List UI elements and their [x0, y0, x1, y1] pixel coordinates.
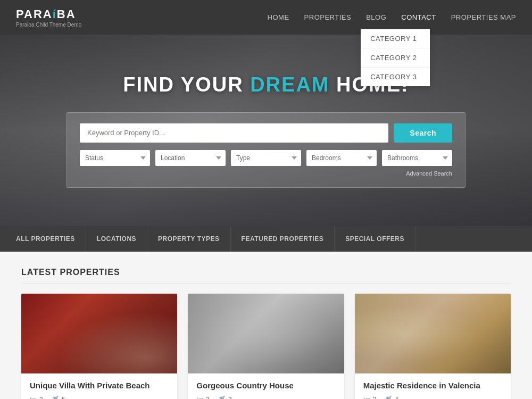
bedrooms-select[interactable]: Bedrooms 1 2 3 4 5+	[306, 150, 377, 166]
bath-icon-1: 🚿	[217, 395, 226, 399]
dropdown-category-3[interactable]: Category 3	[361, 68, 430, 86]
property-card-image-1	[188, 294, 344, 373]
status-select[interactable]: Status For Sale For Rent	[80, 150, 150, 166]
property-beds-2: 🛏 2	[363, 395, 377, 399]
hero-title-part1: FIND YOUR	[123, 73, 250, 96]
bathrooms-select[interactable]: Bathrooms 1 2 3 4+	[382, 150, 452, 166]
advanced-search-link[interactable]: Advanced Search	[80, 170, 452, 177]
property-price-row-1: 🛏 3 🚿 3 $3,100 per Month	[196, 395, 335, 399]
bed-icon-2: 🛏	[363, 395, 370, 399]
property-title-1: Gorgeous Country House	[196, 381, 335, 390]
property-baths-0: 🚿 5	[51, 395, 65, 399]
property-meta-2: 🛏 2 🚿 4	[363, 395, 398, 399]
latest-properties-title: LATEST PROPERTIES	[21, 268, 511, 284]
hero-title-accent: DREAM	[250, 73, 329, 96]
tab-featured-properties[interactable]: FEATURED PROPERTIES	[231, 226, 335, 252]
dropdown-category-2[interactable]: Category 2	[361, 48, 430, 68]
property-title-2: Majestic Residence in Valencia	[363, 381, 502, 390]
property-card-1[interactable]: Gorgeous Country House 🛏 3 🚿 3 $3,10	[188, 294, 344, 399]
property-price-row-2: 🛏 2 🚿 4 $468,000	[363, 395, 502, 399]
property-title-0: Unique Villa With Private Beach	[30, 381, 169, 390]
main-content: LATEST PROPERTIES Unique Villa With Priv…	[0, 252, 532, 399]
nav-contact[interactable]: CONTACT	[401, 13, 436, 21]
search-filters-row: Status For Sale For Rent Location New Yo…	[80, 150, 452, 166]
property-baths-1: 🚿 3	[217, 395, 232, 399]
search-box: Search Status For Sale For Rent Location…	[66, 112, 466, 188]
main-nav: HOME PROPERTIES BLOG Category 1 Category…	[268, 13, 516, 21]
property-beds-1: 🛏 3	[196, 395, 210, 399]
property-meta-1: 🛏 3 🚿 3	[196, 395, 231, 399]
brand-name: PARAíBA	[16, 7, 81, 21]
property-card-body-0: Unique Villa With Private Beach 🛏 3 🚿 5	[21, 373, 177, 399]
tab-property-types[interactable]: PROPERTY TYPES	[147, 226, 230, 252]
location-select[interactable]: Location New York Los Angeles Miami	[155, 150, 226, 166]
blog-dropdown: Category 1 Category 2 Category 3	[361, 29, 430, 86]
search-button[interactable]: Search	[394, 123, 452, 143]
properties-grid: Unique Villa With Private Beach 🛏 3 🚿 5	[21, 294, 511, 399]
bath-icon-2: 🚿	[384, 395, 392, 399]
property-meta-0: 🛏 3 🚿 5	[30, 395, 65, 399]
search-input[interactable]	[80, 123, 388, 143]
tab-all-properties[interactable]: ALL PROPERTIES	[16, 226, 86, 252]
nav-properties-map[interactable]: PROPERTIES MAP	[451, 13, 516, 21]
property-card-2[interactable]: Majestic Residence in Valencia 🛏 2 🚿 4	[355, 294, 511, 399]
property-tabs-bar: ALL PROPERTIES LOCATIONS PROPERTY TYPES …	[0, 226, 532, 252]
property-baths-2: 🚿 4	[384, 395, 398, 399]
search-row-main: Search	[80, 123, 452, 143]
bath-icon-0: 🚿	[51, 395, 59, 399]
property-card-0[interactable]: Unique Villa With Private Beach 🛏 3 🚿 5	[21, 294, 177, 399]
hero-section: FIND YOUR DREAM HOME! Search Status For …	[0, 35, 532, 226]
bed-icon-1: 🛏	[196, 395, 203, 399]
dropdown-category-1[interactable]: Category 1	[361, 29, 430, 48]
logo[interactable]: PARAíBA Paraiba Child Theme Demo	[16, 7, 81, 28]
brand-tagline: Paraiba Child Theme Demo	[16, 22, 81, 28]
hero-content: FIND YOUR DREAM HOME! Search Status For …	[66, 73, 466, 188]
bed-icon-0: 🛏	[30, 395, 37, 399]
property-card-image-0	[21, 294, 177, 373]
property-card-body-1: Gorgeous Country House 🛏 3 🚿 3 $3,10	[188, 373, 344, 399]
tab-locations[interactable]: LOCATIONS	[86, 226, 147, 252]
nav-home[interactable]: HOME	[268, 13, 289, 21]
tab-special-offers[interactable]: SPECIAL OFFERS	[335, 226, 415, 252]
property-price-row-0: 🛏 3 🚿 5 $2,490,000	[30, 395, 169, 399]
type-select[interactable]: Type House Apartment Villa	[231, 150, 301, 166]
header: PARAíBA Paraiba Child Theme Demo HOME PR…	[0, 0, 532, 35]
property-card-image-2	[355, 294, 511, 373]
nav-blog[interactable]: BLOG Category 1 Category 2 Category 3	[366, 13, 386, 21]
property-card-body-2: Majestic Residence in Valencia 🛏 2 🚿 4	[355, 373, 511, 399]
property-beds-0: 🛏 3	[30, 395, 43, 399]
nav-properties[interactable]: PROPERTIES	[304, 13, 352, 21]
